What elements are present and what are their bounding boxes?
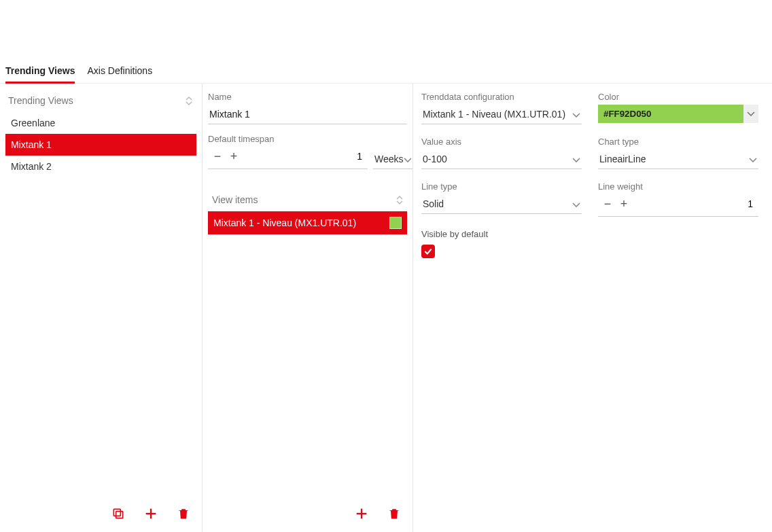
chevron-down-icon (572, 109, 580, 120)
viewitem-mixtank1-niveau[interactable]: Mixtank 1 - Niveau (MX1.UTR.01) (208, 211, 407, 234)
valueaxis-label: Value axis (421, 137, 582, 147)
linetype-select[interactable]: Solid (421, 194, 582, 214)
sort-toggle-icon[interactable] (395, 194, 404, 206)
visible-checkbox[interactable] (421, 245, 435, 258)
copy-icon[interactable] (109, 505, 127, 522)
sidebar-item-mixtank2[interactable]: Mixtank 2 (5, 156, 196, 177)
plus-icon[interactable] (353, 505, 370, 522)
color-input[interactable] (598, 105, 743, 123)
svg-rect-0 (116, 512, 123, 518)
trenddata-field: Trenddata configuration Mixtank 1 - Nive… (421, 92, 582, 124)
sidebar-footer (0, 498, 202, 532)
timespan-field: Default timespan − + Weeks (208, 134, 407, 169)
valueaxis-field: Value axis 0-100 (421, 137, 582, 169)
form-panel: Name Default timespan − + Weeks (203, 84, 413, 532)
valueaxis-select[interactable]: 0-100 (421, 149, 582, 169)
name-field: Name (208, 92, 407, 124)
lineweight-label: Line weight (598, 181, 758, 192)
tab-axis-definitions[interactable]: Axis Definitions (87, 61, 152, 83)
color-label: Color (598, 92, 758, 102)
linetype-label: Line type (421, 181, 582, 192)
minus-icon[interactable]: − (599, 196, 616, 212)
chevron-down-icon (749, 154, 757, 164)
timespan-unit-value: Weeks (374, 154, 404, 164)
trenddata-label: Trenddata configuration (421, 92, 582, 102)
sidebar-title: Trending Views (8, 95, 73, 106)
name-input[interactable] (208, 105, 407, 124)
lineweight-input[interactable] (632, 198, 757, 210)
visible-label: Visible by default (421, 229, 582, 239)
chevron-down-icon (572, 154, 580, 164)
timespan-stepper: − + (208, 147, 368, 169)
viewitems-list: Mixtank 1 - Niveau (MX1.UTR.01) (208, 211, 407, 234)
tab-trending-views[interactable]: Trending Views (5, 61, 75, 84)
linetype-field: Line type Solid (421, 181, 582, 217)
visible-field: Visible by default (421, 229, 582, 258)
charttype-field: Chart type LineairLine (598, 137, 758, 169)
plus-icon[interactable]: + (226, 148, 242, 164)
viewitems-footer (203, 498, 413, 532)
sidebar-list: Greenlane Mixtank 1 Mixtank 2 (5, 112, 196, 177)
viewitem-label: Mixtank 1 - Niveau (MX1.UTR.01) (213, 217, 356, 228)
sidebar-panel: Trending Views Greenlane Mixtank 1 Mixta… (0, 84, 203, 532)
trenddata-select[interactable]: Mixtank 1 - Niveau (MX1.UTR.01) (421, 105, 582, 124)
trenddata-value: Mixtank 1 - Niveau (MX1.UTR.01) (423, 109, 565, 120)
chevron-down-icon (572, 198, 580, 209)
timespan-unit-select[interactable]: Weeks (373, 149, 413, 169)
sidebar-header: Trending Views (5, 92, 196, 112)
timespan-value-input[interactable] (242, 150, 366, 162)
color-chip (389, 217, 402, 229)
timespan-label: Default timespan (208, 134, 407, 144)
plus-icon[interactable]: + (616, 196, 632, 212)
charttype-label: Chart type (598, 137, 758, 147)
chevron-down-icon (404, 154, 412, 164)
sidebar-item-mixtank1[interactable]: Mixtank 1 (5, 134, 196, 156)
svg-rect-1 (113, 509, 120, 516)
color-field: Color (598, 92, 758, 124)
color-dropdown-button[interactable] (743, 105, 758, 123)
charttype-select[interactable]: LineairLine (598, 149, 758, 169)
lineweight-stepper: − + (598, 194, 758, 217)
viewitems-header: View items (208, 191, 407, 211)
details-panel: Trenddata configuration Mixtank 1 - Nive… (413, 84, 772, 532)
tabs-bar: Trending Views Axis Definitions (0, 61, 772, 84)
lineweight-field: Line weight − + (598, 181, 758, 217)
viewitems-title: View items (212, 194, 258, 205)
sidebar-item-greenlane[interactable]: Greenlane (5, 112, 196, 134)
charttype-value: LineairLine (599, 154, 646, 164)
valueaxis-value: 0-100 (423, 154, 447, 164)
minus-icon[interactable]: − (209, 148, 226, 164)
trash-icon[interactable] (385, 505, 403, 522)
linetype-value: Solid (423, 198, 444, 209)
sort-toggle-icon[interactable] (184, 94, 194, 107)
plus-icon[interactable] (142, 505, 160, 522)
trash-icon[interactable] (175, 505, 192, 522)
name-label: Name (208, 92, 407, 102)
